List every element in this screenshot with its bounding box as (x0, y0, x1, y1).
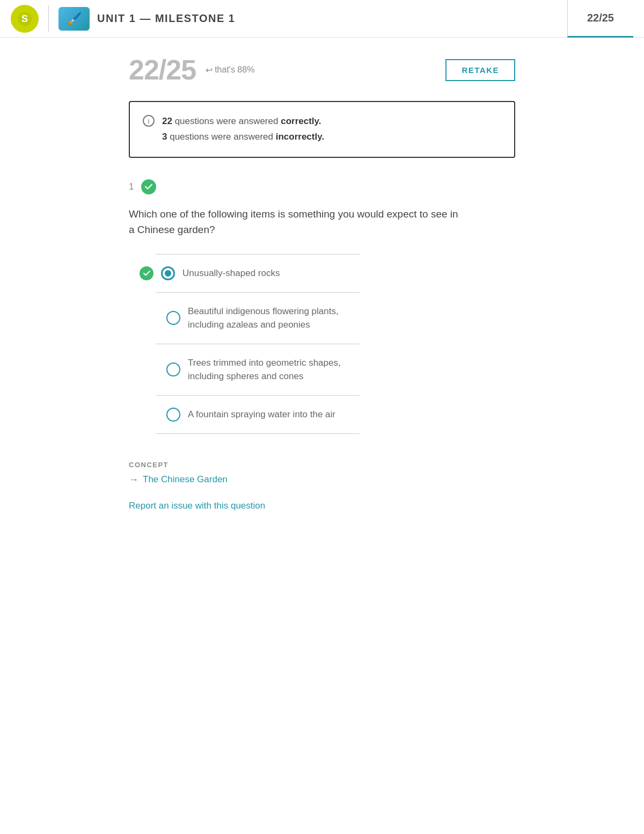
arrow-right-icon: → (129, 474, 138, 485)
answer-row-b[interactable]: Beautiful indigenous flowering plants, i… (140, 293, 515, 344)
answer-text-b: Beautiful indigenous flowering plants, i… (188, 304, 360, 332)
incorrect-line: 3 questions were answered incorrectly. (162, 129, 324, 145)
question-correct-icon (141, 179, 156, 194)
main-content: 22/25 ↩ that's 88% RETAKE i 22 questions… (107, 38, 537, 543)
header-score-value: 22/25 (587, 12, 614, 24)
header-score-box: 22/25 (567, 0, 633, 38)
score-big: 22/25 (129, 54, 196, 86)
correctly-emphasis: correctly. (281, 116, 321, 126)
question-number-row: 1 (129, 179, 515, 194)
concept-link-text: The Chinese Garden (143, 474, 228, 485)
radio-empty-b[interactable] (166, 311, 180, 325)
unit-icon-brushes-icon: 🖌️ (67, 12, 82, 26)
incorrectly-emphasis: incorrectly. (276, 132, 324, 142)
answer-text-d: A fountain spraying water into the air (188, 408, 335, 422)
divider-4 (156, 433, 360, 434)
incorrect-count: 3 (162, 132, 167, 142)
answer-text-c: Trees trimmed into geometric shapes, inc… (188, 356, 360, 383)
radio-selected-a[interactable] (161, 266, 175, 280)
info-icon: i (143, 115, 155, 127)
score-row: 22/25 ↩ that's 88% RETAKE (129, 54, 515, 86)
correct-count: 22 (162, 116, 172, 126)
correct-check-icon-a (140, 266, 153, 280)
radio-empty-d[interactable] (166, 408, 180, 422)
concept-label: CONCEPT (129, 461, 515, 469)
header-score-area: 22/25 (567, 0, 633, 38)
radio-empty-c[interactable] (166, 362, 180, 376)
correct-line: 22 questions were answered correctly. (162, 114, 324, 129)
info-box: i 22 questions were answered correctly. … (129, 101, 515, 158)
unit-icon: 🖌️ (58, 7, 90, 31)
svg-text:S: S (21, 13, 28, 24)
app-logo[interactable]: S (11, 5, 39, 33)
correct-label: questions were answered (175, 116, 281, 126)
unit-title: UNIT 1 — MILESTONE 1 (97, 12, 235, 25)
percentage-label: ↩ that's 88% (206, 65, 254, 75)
answer-row-d[interactable]: A fountain spraying water into the air (140, 396, 515, 433)
incorrect-label: questions were answered (170, 132, 276, 142)
app-header: S 🖌️ UNIT 1 — MILESTONE 1 22/25 (0, 0, 644, 38)
retake-button[interactable]: RETAKE (445, 59, 515, 81)
header-divider (48, 5, 49, 32)
question-number: 1 (129, 182, 134, 192)
report-issue-link[interactable]: Report an issue with this question (129, 501, 265, 511)
concept-section: CONCEPT → The Chinese Garden Report an i… (129, 455, 515, 511)
answer-options: Unusually-shaped rocks Beautiful indigen… (140, 254, 515, 434)
info-text: 22 questions were answered correctly. 3 … (162, 114, 324, 145)
question-text: Which one of the following items is some… (129, 206, 462, 238)
answer-text-a: Unusually-shaped rocks (182, 266, 280, 280)
arrow-left-icon: ↩ (206, 65, 213, 75)
answer-row-c[interactable]: Trees trimmed into geometric shapes, inc… (140, 344, 515, 395)
concept-link[interactable]: → The Chinese Garden (129, 474, 515, 485)
answer-row-a[interactable]: Unusually-shaped rocks (140, 255, 515, 292)
